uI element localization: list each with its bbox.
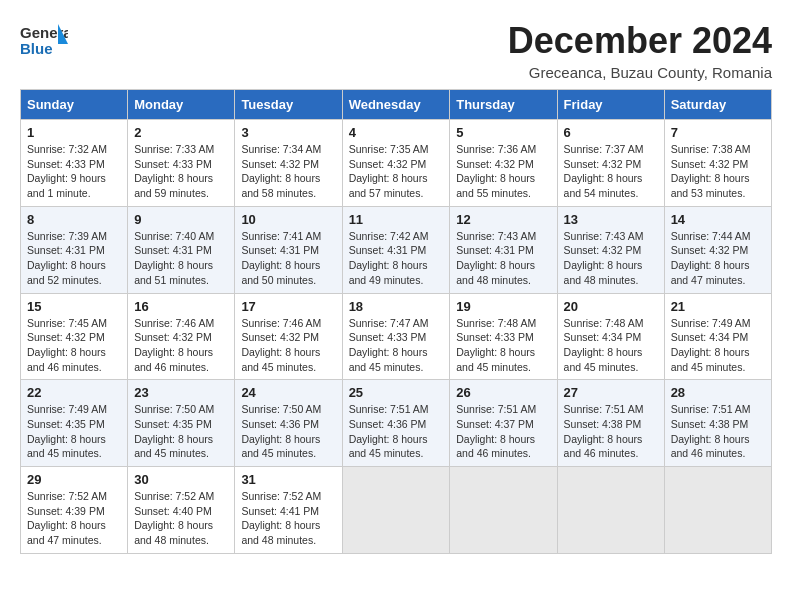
calendar-cell: 26Sunrise: 7:51 AM Sunset: 4:37 PM Dayli… [450, 380, 557, 467]
title-section: December 2024 Greceanca, Buzau County, R… [508, 20, 772, 81]
day-number: 10 [241, 212, 335, 227]
day-detail: Sunrise: 7:43 AM Sunset: 4:31 PM Dayligh… [456, 229, 550, 288]
day-detail: Sunrise: 7:52 AM Sunset: 4:41 PM Dayligh… [241, 489, 335, 548]
calendar-cell: 2Sunrise: 7:33 AM Sunset: 4:33 PM Daylig… [128, 120, 235, 207]
calendar-cell: 13Sunrise: 7:43 AM Sunset: 4:32 PM Dayli… [557, 206, 664, 293]
calendar-day-header: Tuesday [235, 90, 342, 120]
calendar-week-row: 29Sunrise: 7:52 AM Sunset: 4:39 PM Dayli… [21, 467, 772, 554]
calendar-cell: 12Sunrise: 7:43 AM Sunset: 4:31 PM Dayli… [450, 206, 557, 293]
day-number: 20 [564, 299, 658, 314]
day-number: 7 [671, 125, 765, 140]
day-detail: Sunrise: 7:41 AM Sunset: 4:31 PM Dayligh… [241, 229, 335, 288]
day-detail: Sunrise: 7:51 AM Sunset: 4:38 PM Dayligh… [564, 402, 658, 461]
day-number: 11 [349, 212, 444, 227]
calendar-day-header: Sunday [21, 90, 128, 120]
calendar-cell [557, 467, 664, 554]
day-number: 25 [349, 385, 444, 400]
svg-text:Blue: Blue [20, 40, 53, 57]
calendar-cell: 11Sunrise: 7:42 AM Sunset: 4:31 PM Dayli… [342, 206, 450, 293]
day-number: 22 [27, 385, 121, 400]
calendar-day-header: Saturday [664, 90, 771, 120]
calendar-cell: 10Sunrise: 7:41 AM Sunset: 4:31 PM Dayli… [235, 206, 342, 293]
day-number: 29 [27, 472, 121, 487]
day-detail: Sunrise: 7:51 AM Sunset: 4:36 PM Dayligh… [349, 402, 444, 461]
day-detail: Sunrise: 7:32 AM Sunset: 4:33 PM Dayligh… [27, 142, 121, 201]
calendar-day-header: Friday [557, 90, 664, 120]
calendar-cell: 7Sunrise: 7:38 AM Sunset: 4:32 PM Daylig… [664, 120, 771, 207]
calendar-cell [342, 467, 450, 554]
calendar-cell: 9Sunrise: 7:40 AM Sunset: 4:31 PM Daylig… [128, 206, 235, 293]
day-detail: Sunrise: 7:51 AM Sunset: 4:38 PM Dayligh… [671, 402, 765, 461]
page-header: General Blue December 2024 Greceanca, Bu… [20, 20, 772, 81]
calendar-week-row: 1Sunrise: 7:32 AM Sunset: 4:33 PM Daylig… [21, 120, 772, 207]
calendar-cell: 29Sunrise: 7:52 AM Sunset: 4:39 PM Dayli… [21, 467, 128, 554]
day-detail: Sunrise: 7:38 AM Sunset: 4:32 PM Dayligh… [671, 142, 765, 201]
calendar-day-header: Wednesday [342, 90, 450, 120]
page-title: December 2024 [508, 20, 772, 62]
calendar-cell: 25Sunrise: 7:51 AM Sunset: 4:36 PM Dayli… [342, 380, 450, 467]
day-number: 4 [349, 125, 444, 140]
calendar-cell: 1Sunrise: 7:32 AM Sunset: 4:33 PM Daylig… [21, 120, 128, 207]
day-detail: Sunrise: 7:44 AM Sunset: 4:32 PM Dayligh… [671, 229, 765, 288]
calendar-cell: 5Sunrise: 7:36 AM Sunset: 4:32 PM Daylig… [450, 120, 557, 207]
day-number: 30 [134, 472, 228, 487]
day-number: 2 [134, 125, 228, 140]
day-number: 23 [134, 385, 228, 400]
day-detail: Sunrise: 7:48 AM Sunset: 4:34 PM Dayligh… [564, 316, 658, 375]
calendar-cell: 20Sunrise: 7:48 AM Sunset: 4:34 PM Dayli… [557, 293, 664, 380]
day-number: 15 [27, 299, 121, 314]
logo: General Blue [20, 20, 68, 64]
day-number: 3 [241, 125, 335, 140]
day-detail: Sunrise: 7:50 AM Sunset: 4:35 PM Dayligh… [134, 402, 228, 461]
day-detail: Sunrise: 7:37 AM Sunset: 4:32 PM Dayligh… [564, 142, 658, 201]
calendar-table: SundayMondayTuesdayWednesdayThursdayFrid… [20, 89, 772, 554]
day-number: 8 [27, 212, 121, 227]
day-number: 14 [671, 212, 765, 227]
calendar-cell: 24Sunrise: 7:50 AM Sunset: 4:36 PM Dayli… [235, 380, 342, 467]
calendar-cell: 30Sunrise: 7:52 AM Sunset: 4:40 PM Dayli… [128, 467, 235, 554]
day-detail: Sunrise: 7:52 AM Sunset: 4:40 PM Dayligh… [134, 489, 228, 548]
day-number: 17 [241, 299, 335, 314]
calendar-header-row: SundayMondayTuesdayWednesdayThursdayFrid… [21, 90, 772, 120]
calendar-cell: 17Sunrise: 7:46 AM Sunset: 4:32 PM Dayli… [235, 293, 342, 380]
day-number: 12 [456, 212, 550, 227]
day-detail: Sunrise: 7:49 AM Sunset: 4:35 PM Dayligh… [27, 402, 121, 461]
calendar-cell: 15Sunrise: 7:45 AM Sunset: 4:32 PM Dayli… [21, 293, 128, 380]
calendar-cell: 6Sunrise: 7:37 AM Sunset: 4:32 PM Daylig… [557, 120, 664, 207]
calendar-week-row: 15Sunrise: 7:45 AM Sunset: 4:32 PM Dayli… [21, 293, 772, 380]
day-detail: Sunrise: 7:36 AM Sunset: 4:32 PM Dayligh… [456, 142, 550, 201]
calendar-cell: 28Sunrise: 7:51 AM Sunset: 4:38 PM Dayli… [664, 380, 771, 467]
day-number: 6 [564, 125, 658, 140]
day-number: 28 [671, 385, 765, 400]
calendar-cell: 8Sunrise: 7:39 AM Sunset: 4:31 PM Daylig… [21, 206, 128, 293]
day-number: 19 [456, 299, 550, 314]
calendar-cell: 21Sunrise: 7:49 AM Sunset: 4:34 PM Dayli… [664, 293, 771, 380]
calendar-cell: 31Sunrise: 7:52 AM Sunset: 4:41 PM Dayli… [235, 467, 342, 554]
day-detail: Sunrise: 7:50 AM Sunset: 4:36 PM Dayligh… [241, 402, 335, 461]
day-detail: Sunrise: 7:48 AM Sunset: 4:33 PM Dayligh… [456, 316, 550, 375]
calendar-cell: 27Sunrise: 7:51 AM Sunset: 4:38 PM Dayli… [557, 380, 664, 467]
day-detail: Sunrise: 7:33 AM Sunset: 4:33 PM Dayligh… [134, 142, 228, 201]
calendar-cell: 14Sunrise: 7:44 AM Sunset: 4:32 PM Dayli… [664, 206, 771, 293]
calendar-cell: 23Sunrise: 7:50 AM Sunset: 4:35 PM Dayli… [128, 380, 235, 467]
day-number: 9 [134, 212, 228, 227]
day-detail: Sunrise: 7:51 AM Sunset: 4:37 PM Dayligh… [456, 402, 550, 461]
day-detail: Sunrise: 7:52 AM Sunset: 4:39 PM Dayligh… [27, 489, 121, 548]
calendar-cell: 19Sunrise: 7:48 AM Sunset: 4:33 PM Dayli… [450, 293, 557, 380]
day-detail: Sunrise: 7:45 AM Sunset: 4:32 PM Dayligh… [27, 316, 121, 375]
calendar-cell: 3Sunrise: 7:34 AM Sunset: 4:32 PM Daylig… [235, 120, 342, 207]
calendar-cell: 22Sunrise: 7:49 AM Sunset: 4:35 PM Dayli… [21, 380, 128, 467]
day-number: 5 [456, 125, 550, 140]
day-detail: Sunrise: 7:40 AM Sunset: 4:31 PM Dayligh… [134, 229, 228, 288]
day-number: 31 [241, 472, 335, 487]
day-detail: Sunrise: 7:46 AM Sunset: 4:32 PM Dayligh… [241, 316, 335, 375]
calendar-cell: 4Sunrise: 7:35 AM Sunset: 4:32 PM Daylig… [342, 120, 450, 207]
day-detail: Sunrise: 7:49 AM Sunset: 4:34 PM Dayligh… [671, 316, 765, 375]
day-detail: Sunrise: 7:34 AM Sunset: 4:32 PM Dayligh… [241, 142, 335, 201]
page-subtitle: Greceanca, Buzau County, Romania [508, 64, 772, 81]
day-detail: Sunrise: 7:42 AM Sunset: 4:31 PM Dayligh… [349, 229, 444, 288]
day-number: 1 [27, 125, 121, 140]
calendar-day-header: Thursday [450, 90, 557, 120]
calendar-cell: 16Sunrise: 7:46 AM Sunset: 4:32 PM Dayli… [128, 293, 235, 380]
day-number: 24 [241, 385, 335, 400]
